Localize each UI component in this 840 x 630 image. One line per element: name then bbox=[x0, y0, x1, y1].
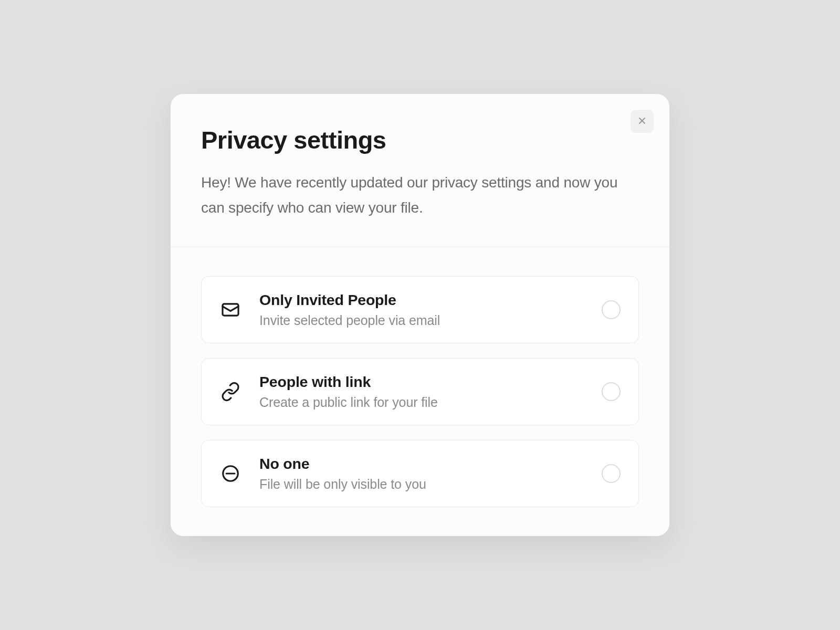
radio-people-with-link[interactable] bbox=[602, 382, 621, 401]
option-text: Only Invited People Invite selected peop… bbox=[259, 291, 602, 328]
radio-no-one[interactable] bbox=[602, 464, 621, 483]
close-icon bbox=[637, 116, 647, 128]
minus-circle-icon bbox=[219, 463, 242, 485]
option-subtitle: Invite selected people via email bbox=[259, 313, 602, 328]
close-button[interactable] bbox=[631, 110, 654, 133]
option-subtitle: Create a public link for your file bbox=[259, 395, 602, 410]
option-subtitle: File will be only visible to you bbox=[259, 477, 602, 492]
option-invited-people[interactable]: Only Invited People Invite selected peop… bbox=[201, 276, 639, 343]
privacy-settings-modal: Privacy settings Hey! We have recently u… bbox=[171, 94, 669, 536]
option-title: No one bbox=[259, 455, 602, 472]
option-title: People with link bbox=[259, 373, 602, 391]
option-title: Only Invited People bbox=[259, 291, 602, 309]
option-text: People with link Create a public link fo… bbox=[259, 373, 602, 410]
modal-title: Privacy settings bbox=[201, 125, 639, 154]
option-people-with-link[interactable]: People with link Create a public link fo… bbox=[201, 358, 639, 425]
radio-invited-people[interactable] bbox=[602, 300, 621, 319]
modal-header: Privacy settings Hey! We have recently u… bbox=[171, 94, 669, 247]
mail-icon bbox=[219, 299, 242, 321]
link-icon bbox=[219, 381, 242, 403]
options-list: Only Invited People Invite selected peop… bbox=[171, 247, 669, 536]
modal-description: Hey! We have recently updated our privac… bbox=[201, 170, 639, 220]
option-no-one[interactable]: No one File will be only visible to you bbox=[201, 440, 639, 507]
svg-rect-2 bbox=[223, 304, 238, 316]
option-text: No one File will be only visible to you bbox=[259, 455, 602, 492]
